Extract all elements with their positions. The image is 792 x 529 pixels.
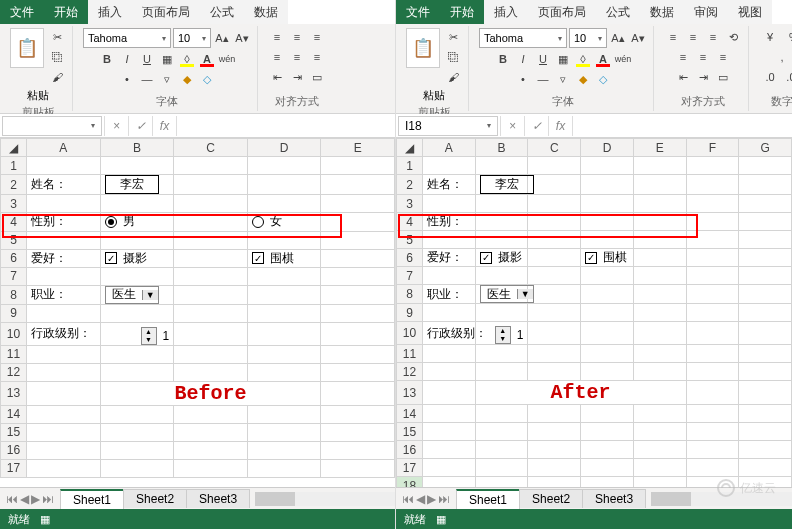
font-name-select[interactable]: Tahoma▾ [83, 28, 171, 48]
row-header[interactable]: 12 [1, 363, 27, 381]
formula-input[interactable] [176, 116, 395, 136]
sheet-nav-first-icon[interactable]: ⏮ [6, 492, 18, 506]
align-middle-icon[interactable]: ≡ [288, 28, 306, 46]
dec-dec-icon[interactable]: .00 [783, 68, 792, 86]
row-header[interactable]: 2 [1, 175, 27, 195]
radio-female[interactable]: 女 [252, 213, 282, 230]
tab-file[interactable]: 文件 [0, 0, 44, 24]
merge-icon[interactable]: ▭ [308, 68, 326, 86]
paint-icon[interactable]: ◆ [178, 70, 196, 88]
font-color-icon[interactable]: A [198, 50, 216, 68]
row-header[interactable]: 5 [1, 231, 27, 249]
rank-spinner[interactable]: ▲▼1 [141, 327, 170, 345]
cell[interactable]: ✓摄影 [475, 249, 528, 267]
cell[interactable]: 职业： [27, 285, 101, 304]
sheet-nav-next-icon[interactable]: ▶ [31, 492, 40, 506]
underline-icon[interactable]: U [534, 50, 552, 68]
cell[interactable]: ✓摄影 [100, 249, 174, 267]
col-header[interactable]: B [100, 139, 174, 157]
select-all[interactable]: ◢ [1, 139, 27, 157]
align-middle-icon[interactable]: ≡ [684, 28, 702, 46]
row-header[interactable]: 11 [397, 345, 423, 363]
row-header[interactable]: 7 [1, 267, 27, 285]
row-header[interactable]: 1 [397, 157, 423, 175]
cell[interactable]: 男 [100, 213, 174, 232]
paste-button[interactable]: 📋 [406, 28, 440, 68]
sheet-nav-last-icon[interactable]: ⏭ [42, 492, 54, 506]
checkbox-hobby1[interactable]: ✓摄影 [105, 250, 147, 267]
more-icon[interactable]: ▿ [554, 70, 572, 88]
indent-dec-icon[interactable]: ⇤ [268, 68, 286, 86]
cell[interactable]: ▲▼1 [100, 322, 174, 345]
confirm-icon[interactable]: ✓ [524, 116, 548, 136]
row-header[interactable]: 16 [1, 441, 27, 459]
job-combo[interactable]: 医生▼ [480, 285, 534, 303]
more-icon[interactable]: ▿ [158, 70, 176, 88]
eraser-icon[interactable]: ◇ [594, 70, 612, 88]
row-header[interactable]: 12 [397, 363, 423, 381]
col-header[interactable]: D [581, 139, 634, 157]
name-box[interactable]: I18▾ [398, 116, 498, 136]
row-header[interactable]: 13 [1, 381, 27, 405]
row-header[interactable]: 4 [1, 213, 27, 232]
cell[interactable]: 姓名： [27, 175, 101, 195]
tab-home[interactable]: 开始 [44, 0, 88, 24]
sheet-tab-3[interactable]: Sheet3 [186, 489, 250, 508]
indent-dec-icon[interactable]: ⇤ [674, 68, 692, 86]
cell[interactable]: 姓名： [423, 175, 476, 195]
spin-down-icon[interactable]: ▼ [496, 335, 510, 343]
align-bottom-icon[interactable]: ≡ [704, 28, 722, 46]
confirm-icon[interactable]: ✓ [128, 116, 152, 136]
fill-color-icon[interactable]: ◊ [178, 50, 196, 68]
row-header[interactable]: 14 [1, 405, 27, 423]
italic-icon[interactable]: I [514, 50, 532, 68]
macro-icon[interactable]: ▦ [436, 513, 446, 526]
sheet-tab-3[interactable]: Sheet3 [582, 489, 646, 508]
cell[interactable]: 性别： [423, 213, 476, 231]
cell[interactable]: 李宏 [475, 175, 528, 195]
cancel-icon[interactable]: × [500, 116, 524, 136]
row-header[interactable]: 9 [397, 304, 423, 322]
cell[interactable]: 医生▼ [100, 285, 174, 304]
cell[interactable]: 爱好： [27, 249, 101, 267]
rank-spinner[interactable]: ▲▼1 [495, 326, 524, 344]
select-all[interactable]: ◢ [397, 139, 423, 157]
row-header[interactable]: 1 [1, 157, 27, 175]
decrease-font-icon[interactable]: A▾ [629, 29, 647, 47]
currency-icon[interactable]: ¥ [759, 28, 781, 46]
checkbox-hobby2[interactable]: ✓围棋 [252, 250, 294, 267]
col-header[interactable]: C [174, 139, 248, 157]
cell[interactable]: 性别： [27, 213, 101, 232]
underline-icon[interactable]: U [138, 50, 156, 68]
row-header[interactable]: 11 [1, 345, 27, 363]
orientation-icon[interactable]: ⟲ [724, 28, 742, 46]
tab-layout[interactable]: 页面布局 [528, 0, 596, 24]
phonetic-icon[interactable]: wén [218, 50, 236, 68]
spin-up-icon[interactable]: ▲ [496, 327, 510, 335]
increase-font-icon[interactable]: A▴ [609, 29, 627, 47]
col-header[interactable]: C [528, 139, 581, 157]
indent-inc-icon[interactable]: ⇥ [288, 68, 306, 86]
formula-input[interactable] [572, 116, 792, 136]
radio-male[interactable]: 男 [105, 213, 135, 230]
align-top-icon[interactable]: ≡ [664, 28, 682, 46]
middle-dot-icon[interactable]: • [514, 70, 532, 88]
cell[interactable]: 女 [247, 213, 321, 232]
cut-icon[interactable]: ✂ [444, 28, 462, 46]
cell[interactable]: 行政级别： [423, 322, 476, 345]
fx-icon[interactable]: fx [548, 116, 572, 136]
worksheet[interactable]: ◢ A B C D E F G 1 2 姓名： 李宏 3 4 性别： 5 6 爱… [396, 138, 792, 487]
horizontal-scrollbar[interactable] [255, 492, 395, 506]
dash-icon[interactable]: — [138, 70, 156, 88]
col-header[interactable]: G [739, 139, 792, 157]
col-header[interactable]: B [475, 139, 528, 157]
format-painter-icon[interactable]: 🖌 [48, 68, 66, 86]
border-icon[interactable]: ▦ [158, 50, 176, 68]
align-bottom-icon[interactable]: ≡ [308, 28, 326, 46]
sheet-tab-1[interactable]: Sheet1 [456, 489, 520, 509]
row-header[interactable]: 15 [1, 423, 27, 441]
tab-file[interactable]: 文件 [396, 0, 440, 24]
sheet-tab-1[interactable]: Sheet1 [60, 489, 124, 509]
merge-icon[interactable]: ▭ [714, 68, 732, 86]
row-header[interactable]: 10 [1, 322, 27, 345]
